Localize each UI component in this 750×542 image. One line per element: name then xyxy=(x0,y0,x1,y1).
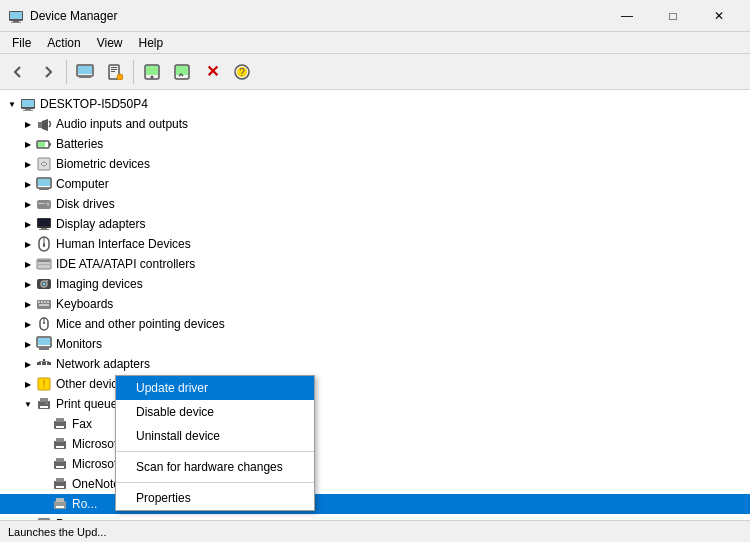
list-item[interactable]: ▶ Network adapters xyxy=(0,354,750,374)
expand-icon[interactable]: ▶ xyxy=(20,276,36,292)
maximize-button[interactable]: □ xyxy=(650,0,696,32)
svg-rect-84 xyxy=(56,466,64,468)
device-icon xyxy=(52,416,68,432)
menu-bar: File Action View Help xyxy=(0,32,750,54)
toolbar: ✕ ? xyxy=(0,54,750,90)
list-item[interactable]: ▶ Imaging devices xyxy=(0,274,750,294)
svg-rect-32 xyxy=(38,179,50,186)
list-item[interactable]: ▶ OneNote for Windows 10 xyxy=(0,474,750,494)
list-item[interactable]: ▼ Print queues xyxy=(0,394,750,414)
svg-rect-54 xyxy=(41,301,43,303)
toolbar-back-button[interactable] xyxy=(4,58,32,86)
context-menu-scan-hardware[interactable]: Scan for hardware changes xyxy=(116,455,314,479)
svg-rect-62 xyxy=(38,338,50,345)
item-label: Biometric devices xyxy=(56,157,150,171)
list-item[interactable]: ▶ Audio inputs and outputs xyxy=(0,114,750,134)
item-label: Proce... xyxy=(56,517,97,520)
device-icon xyxy=(36,256,52,272)
svg-rect-87 xyxy=(56,486,64,488)
status-text: Launches the Upd... xyxy=(8,526,106,538)
svg-text:?: ? xyxy=(239,67,245,78)
context-menu-uninstall-device[interactable]: Uninstall device xyxy=(116,424,314,448)
toolbar-properties-button[interactable] xyxy=(101,58,129,86)
svg-rect-17 xyxy=(176,66,188,75)
toolbar-update-button[interactable] xyxy=(168,58,196,86)
svg-rect-40 xyxy=(41,228,47,229)
list-item[interactable]: ▶ Microsoft XPS Document Writer xyxy=(0,454,750,474)
toolbar-uninstall-button[interactable]: ✕ xyxy=(198,58,226,86)
svg-point-15 xyxy=(151,75,154,78)
svg-rect-2 xyxy=(13,21,19,22)
window-controls: — □ ✕ xyxy=(604,0,742,32)
expand-icon[interactable]: ▶ xyxy=(20,216,36,232)
expand-icon[interactable]: ▼ xyxy=(20,396,36,412)
menu-help[interactable]: Help xyxy=(131,34,172,52)
tree-root[interactable]: ▼ DESKTOP-I5D50P4 xyxy=(0,94,750,114)
toolbar-help-button[interactable]: ? xyxy=(228,58,256,86)
menu-file[interactable]: File xyxy=(4,34,39,52)
list-item[interactable]: ▶ Disk drives xyxy=(0,194,750,214)
expand-icon[interactable]: ▶ xyxy=(20,296,36,312)
list-item[interactable]: ▶ Keyboards xyxy=(0,294,750,314)
svg-rect-6 xyxy=(82,76,88,77)
toolbar-computer-button[interactable] xyxy=(71,58,99,86)
expand-icon[interactable]: ▶ xyxy=(20,156,36,172)
expand-icon[interactable]: ▶ xyxy=(20,136,36,152)
list-item[interactable]: ▶ Proce... xyxy=(0,514,750,520)
svg-rect-83 xyxy=(56,458,64,462)
list-item[interactable]: ▶ Fax xyxy=(0,414,750,434)
expand-icon[interactable]: ▶ xyxy=(20,356,36,372)
svg-rect-81 xyxy=(56,446,64,448)
menu-view[interactable]: View xyxy=(89,34,131,52)
context-menu-properties[interactable]: Properties xyxy=(116,486,314,510)
root-label: DESKTOP-I5D50P4 xyxy=(40,97,148,111)
expand-icon[interactable]: ▶ xyxy=(20,516,36,520)
device-icon xyxy=(36,316,52,332)
context-menu-update-driver[interactable]: Update driver xyxy=(116,376,314,400)
svg-rect-86 xyxy=(56,478,64,482)
svg-rect-30 xyxy=(38,158,50,170)
svg-rect-41 xyxy=(39,229,49,230)
list-item[interactable]: ▶ Display adapters xyxy=(0,214,750,234)
list-item[interactable]: ▶ IDE ATA/ATAPI controllers xyxy=(0,254,750,274)
context-menu-disable-device[interactable]: Disable device xyxy=(116,400,314,424)
expand-icon[interactable]: ▶ xyxy=(20,236,36,252)
expand-icon[interactable]: ▶ xyxy=(20,336,36,352)
minimize-button[interactable]: — xyxy=(604,0,650,32)
expand-icon[interactable]: ▶ xyxy=(20,256,36,272)
svg-marker-26 xyxy=(42,119,48,131)
device-icon xyxy=(36,396,52,412)
list-item[interactable]: ▶ Mice and other pointing devices xyxy=(0,314,750,334)
expand-icon[interactable]: ▶ xyxy=(20,196,36,212)
svg-rect-7 xyxy=(79,77,91,78)
svg-rect-46 xyxy=(38,260,50,262)
menu-action[interactable]: Action xyxy=(39,34,88,52)
svg-text:!: ! xyxy=(43,379,46,390)
selected-device-item[interactable]: ▶ Ro... xyxy=(0,494,750,514)
list-item[interactable]: ▶ Biometric devices xyxy=(0,154,750,174)
device-tree[interactable]: ▼ DESKTOP-I5D50P4 ▶ Audio xyxy=(0,90,750,520)
list-item[interactable]: ▶ Batteries xyxy=(0,134,750,154)
svg-point-60 xyxy=(43,322,45,324)
expand-icon[interactable]: ▶ xyxy=(20,316,36,332)
expand-icon[interactable]: ▶ xyxy=(20,376,36,392)
root-expand-icon[interactable]: ▼ xyxy=(4,96,20,112)
list-item[interactable]: ▶ Computer xyxy=(0,174,750,194)
item-label: Network adapters xyxy=(56,357,150,371)
svg-rect-69 xyxy=(43,359,45,361)
expand-icon[interactable]: ▶ xyxy=(20,116,36,132)
window-title: Device Manager xyxy=(30,9,604,23)
list-item[interactable]: ▶ Monitors xyxy=(0,334,750,354)
svg-rect-74 xyxy=(40,406,48,408)
device-icon xyxy=(52,436,68,452)
list-item[interactable]: ▶ ! Other devices xyxy=(0,374,750,394)
expand-icon[interactable]: ▶ xyxy=(20,176,36,192)
svg-rect-66 xyxy=(42,362,46,365)
close-button[interactable]: ✕ xyxy=(696,0,742,32)
list-item[interactable]: ▶ Human Interface Devices xyxy=(0,234,750,254)
list-item[interactable]: ▶ Microsoft Print to PDF xyxy=(0,434,750,454)
svg-rect-78 xyxy=(56,426,64,428)
toolbar-scan-button[interactable] xyxy=(138,58,166,86)
item-label: Fax xyxy=(72,417,92,431)
toolbar-forward-button[interactable] xyxy=(34,58,62,86)
